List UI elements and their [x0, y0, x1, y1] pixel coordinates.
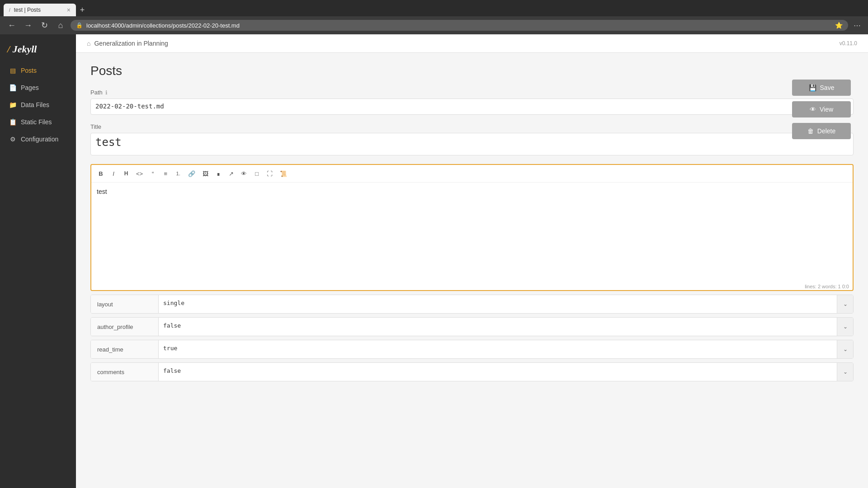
meta-row-comments: comments ⌄ — [90, 362, 854, 381]
meta-row-read-time: read_time ⌄ — [90, 340, 854, 359]
home-button[interactable]: ⌂ — [54, 19, 67, 32]
image-button[interactable]: 🖼 — [199, 168, 212, 179]
sidebar-item-pages[interactable]: 📄 Pages — [4, 80, 72, 96]
data-files-icon: 📁 — [9, 101, 16, 108]
sidebar-item-label: Posts — [21, 67, 37, 74]
path-info-icon[interactable]: ℹ — [105, 89, 108, 96]
browser-chrome: / test | Posts × + ← → ↻ ⌂ 🔒 ⭐ ⋯ — [0, 0, 868, 34]
browser-toolbar: ← → ↻ ⌂ 🔒 ⭐ ⋯ — [0, 16, 868, 34]
guide-button[interactable]: 📜 — [277, 168, 290, 179]
logo: / Jekyll — [0, 34, 76, 62]
sidebar-item-label: Data Files — [21, 101, 49, 108]
link2-button[interactable]: ↗ — [225, 168, 237, 179]
meta-value-wrap: ⌄ — [159, 295, 853, 313]
meta-value-wrap: ⌄ — [159, 340, 853, 358]
address-input[interactable] — [86, 22, 831, 29]
meta-dropdown-author-profile[interactable]: ⌄ — [837, 318, 853, 336]
fullscreen-button[interactable]: ⛶ — [264, 168, 276, 179]
meta-value-author-profile[interactable] — [159, 318, 837, 336]
toolbar-right: ⋯ — [852, 20, 863, 31]
title-label: Title — [90, 123, 854, 130]
path-field-group: Path ℹ — [90, 89, 854, 116]
meta-value-layout[interactable] — [159, 295, 837, 313]
tab-title: test | Posts — [14, 7, 41, 13]
sidebar-item-configuration[interactable]: ⚙ Configuration — [4, 131, 72, 147]
browser-tabs: / test | Posts × + — [0, 0, 868, 16]
editor-toolbar: B I H <> “ ≡ 1. 🔗 🖼 ∎ ↗ 👁 □ ⛶ 📜 — [91, 165, 853, 183]
configuration-icon: ⚙ — [9, 136, 16, 143]
reload-button[interactable]: ↻ — [38, 19, 51, 32]
address-bar-icons: ⭐ — [835, 22, 843, 29]
ordered-list-button[interactable]: 1. — [172, 168, 184, 179]
meta-dropdown-read-time[interactable]: ⌄ — [837, 340, 853, 358]
quote-button[interactable]: “ — [147, 168, 159, 179]
split-button[interactable]: □ — [251, 168, 263, 179]
back-button[interactable]: ← — [5, 19, 18, 32]
editor-body[interactable]: test — [91, 183, 853, 282]
heading-button[interactable]: H — [120, 168, 132, 179]
view-button[interactable]: 👁 View — [792, 101, 851, 117]
site-title: Generalization in Planning — [94, 40, 168, 47]
title-input[interactable] — [90, 133, 854, 155]
content-area: Posts Path ℹ Title B I — [76, 53, 868, 396]
meta-key-author-profile: author_profile — [91, 318, 159, 336]
sidebar-item-label: Static Files — [21, 118, 52, 126]
save-icon: 💾 — [809, 84, 816, 91]
meta-row-author-profile: author_profile ⌄ — [90, 317, 854, 336]
sidebar: / Jekyll ▤ Posts 📄 Pages 📁 Data Files 📋 … — [0, 34, 76, 488]
action-panel: 💾 Save 👁 View 🗑 Delete — [785, 72, 857, 146]
unordered-list-button[interactable]: ≡ — [160, 168, 171, 179]
view-icon: 👁 — [810, 106, 816, 113]
main-content: ⌂ Generalization in Planning v0.11.0 Pos… — [76, 34, 868, 488]
sidebar-nav: ▤ Posts 📄 Pages 📁 Data Files 📋 Static Fi… — [0, 62, 76, 147]
static-files-icon: 📋 — [9, 118, 16, 126]
meta-dropdown-comments[interactable]: ⌄ — [837, 363, 853, 381]
new-tab-button[interactable]: + — [76, 4, 89, 16]
path-input[interactable] — [90, 99, 854, 115]
meta-dropdown-layout[interactable]: ⌄ — [837, 295, 853, 313]
meta-key-layout: layout — [91, 295, 159, 313]
pages-icon: 📄 — [9, 84, 16, 91]
meta-value-read-time[interactable] — [159, 340, 837, 358]
app: / Jekyll ▤ Posts 📄 Pages 📁 Data Files 📋 … — [0, 34, 868, 488]
address-bar[interactable]: 🔒 ⭐ — [71, 20, 848, 31]
code-button[interactable]: <> — [133, 168, 146, 179]
meta-key-comments: comments — [91, 363, 159, 381]
posts-icon: ▤ — [9, 67, 16, 74]
meta-value-wrap: ⌄ — [159, 363, 853, 381]
forward-button[interactable]: → — [22, 19, 34, 32]
preview-button[interactable]: 👁 — [238, 168, 250, 179]
tab-close-button[interactable]: × — [67, 7, 71, 13]
sidebar-item-label: Pages — [21, 84, 39, 91]
title-field-group: Title — [90, 123, 854, 157]
metadata-section: layout ⌄ author_profile ⌄ read_time — [90, 295, 854, 381]
delete-button[interactable]: 🗑 Delete — [792, 123, 851, 139]
italic-button[interactable]: I — [108, 168, 119, 179]
meta-value-comments[interactable] — [159, 363, 837, 381]
sidebar-item-label: Configuration — [21, 136, 58, 143]
home-icon[interactable]: ⌂ — [87, 40, 90, 47]
browser-tab[interactable]: / test | Posts × — [4, 4, 76, 16]
logo-text: / Jekyll — [7, 43, 37, 55]
save-button[interactable]: 💾 Save — [792, 80, 851, 96]
editor-status: lines: 2 words: 1 0:0 — [91, 282, 853, 290]
sidebar-item-data-files[interactable]: 📁 Data Files — [4, 97, 72, 113]
sidebar-item-posts[interactable]: ▤ Posts — [4, 62, 72, 79]
bookmark-icon[interactable]: ⭐ — [835, 22, 843, 29]
header-title: ⌂ Generalization in Planning — [87, 40, 168, 47]
table-button[interactable]: ∎ — [212, 168, 224, 179]
page-title: Posts — [90, 64, 854, 78]
sidebar-item-static-files[interactable]: 📋 Static Files — [4, 114, 72, 130]
security-icon: 🔒 — [76, 22, 83, 28]
tab-favicon: / — [9, 8, 10, 13]
link-button[interactable]: 🔗 — [185, 168, 198, 179]
logo-slash: / — [7, 43, 10, 55]
extensions-icon[interactable]: ⋯ — [852, 20, 863, 31]
meta-row-layout: layout ⌄ — [90, 295, 854, 314]
delete-icon: 🗑 — [807, 127, 814, 135]
version-label: v0.11.0 — [840, 40, 857, 47]
bold-button[interactable]: B — [95, 168, 107, 179]
meta-value-wrap: ⌄ — [159, 318, 853, 336]
meta-key-read-time: read_time — [91, 340, 159, 358]
path-label: Path ℹ — [90, 89, 854, 96]
